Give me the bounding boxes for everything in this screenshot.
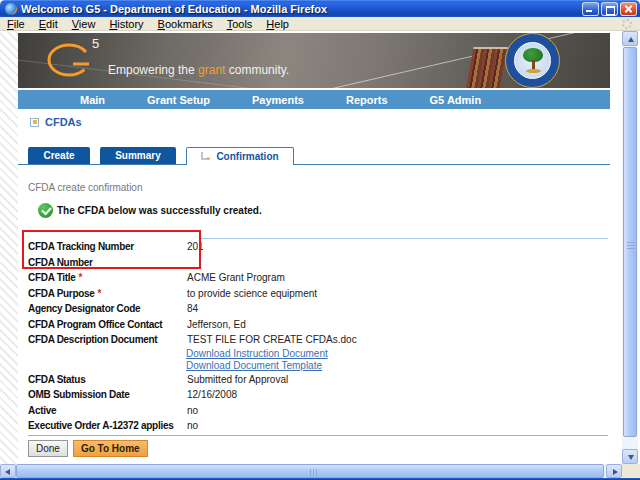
field-row-purpose: CFDA Purpose * to provide science equipm… (28, 286, 608, 302)
field-row-omb-date: OMB Submission Date 12/16/2008 (28, 387, 608, 403)
nav-g5-admin[interactable]: G5 Admin (430, 94, 482, 106)
g5-banner: 5 Empowering the grant community. (18, 33, 610, 88)
field-row-cfda-number: CFDA Number (28, 255, 608, 271)
field-row-executive-order: Executive Order A-12372 applies no (28, 418, 608, 434)
tab-confirmation[interactable]: Confirmation (186, 147, 294, 165)
scroll-up-icon (628, 37, 634, 42)
download-template-link[interactable]: Download Document Template (186, 360, 608, 371)
scroll-right-button[interactable] (606, 464, 622, 478)
menu-help[interactable]: Help (259, 18, 296, 30)
divider-bottom (28, 435, 608, 436)
vertical-scrollbar[interactable] (622, 31, 638, 464)
scroll-left-icon (5, 469, 10, 475)
done-button[interactable]: Done (28, 440, 68, 457)
nav-grant-setup[interactable]: Grant Setup (147, 94, 210, 106)
maximize-button[interactable] (601, 2, 618, 16)
scrollbar-corner (622, 464, 640, 478)
main-navigation: Main Grant Setup Payments Reports G5 Adm… (18, 90, 610, 109)
success-message: The CFDA below was successfully created. (57, 205, 262, 216)
go-to-home-button[interactable]: Go To Home (73, 440, 148, 457)
nav-main[interactable]: Main (80, 94, 105, 106)
title-bar: Welcome to G5 - Department of Education … (0, 0, 640, 17)
vertical-scroll-thumb[interactable] (623, 47, 637, 437)
breadcrumb: CFDAs (30, 116, 82, 128)
field-list: CFDA Tracking Number 201 CFDA Number CFD… (28, 239, 608, 434)
menu-history[interactable]: History (102, 18, 150, 30)
browser-window: Welcome to G5 - Department of Education … (0, 0, 640, 480)
field-row-status: CFDA Status Submitted for Approval (28, 372, 608, 388)
menu-bookmarks[interactable]: Bookmarks (151, 18, 220, 30)
scroll-down-icon (628, 455, 634, 460)
cfdas-bullet-icon (30, 118, 39, 127)
field-row-tracking-number: CFDA Tracking Number 201 (28, 239, 608, 255)
required-asterisk: * (79, 272, 83, 283)
tab-strip: Create Summary Confirmation (28, 147, 294, 164)
window-title: Welcome to G5 - Department of Education … (21, 3, 327, 15)
field-row-active: Active no (28, 403, 608, 419)
confirmation-tab-icon (201, 152, 211, 161)
menu-tools[interactable]: Tools (220, 18, 260, 30)
scroll-right-icon (613, 469, 618, 475)
nav-payments[interactable]: Payments (252, 94, 304, 106)
page-content: 5 Empowering the grant community. Main G… (0, 31, 622, 464)
bookshelf-photo (466, 47, 507, 88)
nav-reports[interactable]: Reports (346, 94, 388, 106)
throbber-icon (622, 19, 632, 29)
success-message-row: The CFDA below was successfully created. (38, 203, 262, 218)
scroll-down-button[interactable] (622, 449, 638, 464)
scroll-left-button[interactable] (0, 464, 16, 478)
minimize-button[interactable] (582, 2, 599, 16)
button-row: Done Go To Home (28, 440, 148, 457)
horizontal-scroll-thumb[interactable] (16, 464, 604, 478)
success-check-icon (38, 203, 53, 218)
left-stripe-decoration (0, 31, 18, 464)
horizontal-scrollbar[interactable] (0, 464, 622, 478)
menu-view[interactable]: View (65, 18, 103, 30)
firefox-icon (5, 3, 17, 15)
tab-summary[interactable]: Summary (100, 147, 176, 164)
g5-logo-sup: 5 (92, 36, 99, 51)
menu-edit[interactable]: Edit (32, 18, 65, 30)
field-row-agency-code: Agency Designator Code 84 (28, 301, 608, 317)
download-links: Download Instruction Document Download D… (28, 348, 608, 372)
field-row-description-document: CFDA Description Document TEST FILE FOR … (28, 332, 608, 348)
tab-create[interactable]: Create (28, 147, 90, 164)
menu-file[interactable]: File (0, 18, 32, 30)
banner-tagline: Empowering the grant community. (108, 63, 289, 77)
page-title: CFDA create confirmation (28, 182, 143, 193)
breadcrumb-label: CFDAs (45, 116, 82, 128)
menu-bar: File Edit View History Bookmarks Tools H… (0, 17, 640, 31)
field-row-title: CFDA Title * ACME Grant Program (28, 270, 608, 286)
close-button[interactable] (620, 2, 637, 16)
field-row-office-contact: CFDA Program Office Contact Jefferson, E… (28, 317, 608, 333)
scroll-up-button[interactable] (622, 31, 638, 46)
required-asterisk: * (98, 288, 102, 299)
download-instruction-link[interactable]: Download Instruction Document (186, 348, 608, 359)
g5-logo-icon (46, 41, 94, 79)
department-of-education-seal-icon (505, 33, 560, 88)
